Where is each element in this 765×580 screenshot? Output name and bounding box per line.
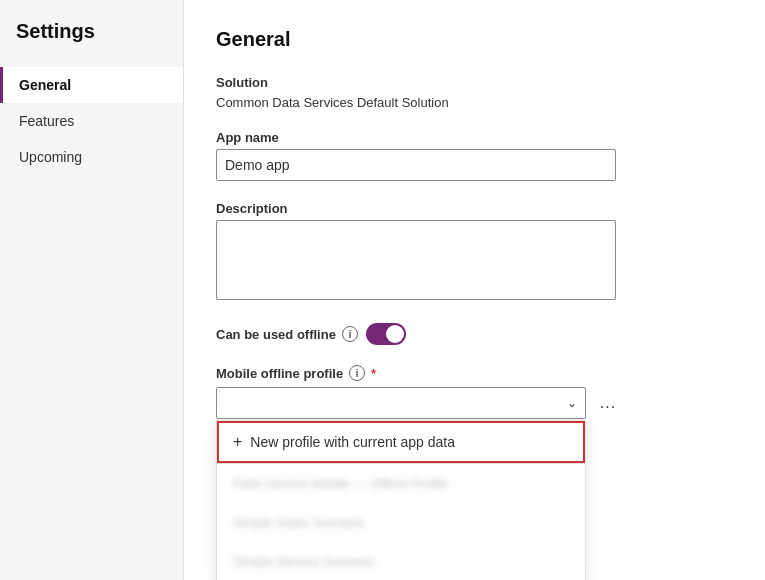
chevron-down-icon: ⌄	[567, 396, 577, 410]
new-profile-label: New profile with current app data	[250, 434, 455, 450]
description-input[interactable]	[216, 220, 616, 300]
blurred-item-1[interactable]: Field Service Mobile — Offline Profile	[217, 464, 585, 503]
plus-icon: +	[233, 433, 242, 451]
offline-label: Can be used offline i	[216, 326, 358, 342]
sidebar-item-upcoming[interactable]: Upcoming	[0, 139, 183, 175]
sidebar-title: Settings	[0, 20, 183, 67]
sidebar-item-features[interactable]: Features	[0, 103, 183, 139]
offline-toggle[interactable]	[366, 323, 406, 345]
solution-value: Common Data Services Default Solution	[216, 95, 449, 110]
dropdown-menu: + New profile with current app data Fiel…	[216, 420, 586, 580]
description-label: Description	[216, 201, 733, 216]
dropdown-row: ⌄ + New profile with current app data Fi…	[216, 387, 733, 419]
blurred-item-3[interactable]: Simple Service Scenario	[217, 542, 585, 580]
app-name-label: App name	[216, 130, 733, 145]
required-star: *	[371, 366, 376, 381]
new-profile-item[interactable]: + New profile with current app data	[217, 421, 585, 463]
description-field-group: Description	[216, 201, 733, 303]
main-content: General Solution Common Data Services De…	[184, 0, 765, 580]
offline-toggle-row: Can be used offline i	[216, 323, 733, 345]
sidebar: Settings General Features Upcoming	[0, 0, 184, 580]
mobile-profile-dropdown[interactable]: ⌄	[216, 387, 586, 419]
solution-field-group: Solution Common Data Services Default So…	[216, 75, 733, 110]
blurred-item-2[interactable]: Simple Sales Scenario	[217, 503, 585, 542]
solution-label: Solution	[216, 75, 733, 90]
offline-info-icon[interactable]: i	[342, 326, 358, 342]
blurred-item-2-text: Simple Sales Scenario	[233, 515, 364, 530]
dropdown-container: ⌄ + New profile with current app data Fi…	[216, 387, 586, 419]
mobile-profile-label-row: Mobile offline profile i *	[216, 365, 733, 381]
blurred-item-1-text: Field Service Mobile — Offline Profile	[233, 476, 448, 491]
app-name-field-group: App name	[216, 130, 733, 181]
page-title: General	[216, 28, 733, 51]
mobile-profile-info-icon[interactable]: i	[349, 365, 365, 381]
sidebar-item-general[interactable]: General	[0, 67, 183, 103]
app-name-input[interactable]	[216, 149, 616, 181]
more-options-button[interactable]: ...	[594, 389, 622, 417]
blurred-item-3-text: Simple Service Scenario	[233, 554, 375, 569]
mobile-profile-field-group: Mobile offline profile i * ⌄ + New profi…	[216, 365, 733, 419]
